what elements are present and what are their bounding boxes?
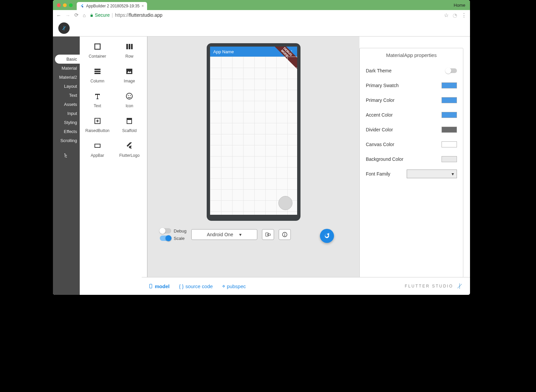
reload-button[interactable]: ⟳	[74, 12, 79, 18]
device-frame: App Name ⋮ DEBUG MODE	[207, 43, 300, 221]
close-tab-icon[interactable]: ×	[141, 4, 144, 8]
forward-button[interactable]: →	[65, 12, 70, 18]
category-text[interactable]: Text	[53, 91, 80, 100]
app-header	[53, 20, 470, 37]
preview-fab[interactable]	[278, 196, 292, 210]
minimize-window-icon[interactable]	[63, 3, 67, 7]
menu-icon[interactable]: ⋮	[461, 12, 467, 18]
category-assets[interactable]: Assets	[53, 100, 80, 109]
dark-theme-toggle[interactable]	[446, 68, 457, 73]
tab-model[interactable]: model	[148, 283, 170, 289]
canvas-color-picker[interactable]	[442, 141, 457, 147]
prop-primary-color-label: Primary Color	[366, 97, 395, 103]
device-selector[interactable]: Android One ▾	[191, 229, 257, 240]
browser-tab-bar: AppBuilder 2 20180529-19:35 × Home	[53, 0, 470, 10]
widget-container[interactable]: Container	[82, 42, 113, 59]
primary-color-picker[interactable]	[442, 97, 457, 103]
svg-rect-22	[284, 234, 285, 236]
widget-appbar[interactable]: AppBar	[82, 141, 113, 158]
brand-label: FLUTTER STUDIO	[405, 282, 463, 290]
svg-point-12	[128, 95, 129, 96]
category-layout[interactable]: Layout	[53, 82, 80, 91]
widget-flutterlogo[interactable]: FlutterLogo	[115, 141, 145, 158]
category-scrolling[interactable]: Scrolling	[53, 136, 80, 145]
widget-icon[interactable]: Icon	[115, 91, 145, 108]
widget-raisedbutton[interactable]: RaisedButton	[82, 116, 113, 133]
scale-toggle[interactable]	[160, 236, 171, 241]
back-button[interactable]: ←	[56, 12, 61, 18]
category-basic[interactable]: Basic	[55, 55, 80, 64]
category-material2[interactable]: Material2	[53, 73, 80, 82]
font-family-dropdown[interactable]: ▾	[407, 170, 457, 178]
preview-app-title: App Name	[213, 49, 234, 54]
category-effects[interactable]: Effects	[53, 127, 80, 136]
widget-text[interactable]: Text	[82, 91, 113, 108]
svg-rect-4	[129, 44, 130, 49]
prop-font-family-label: Font Family	[366, 171, 390, 177]
rect-top-icon	[125, 116, 134, 126]
svg-rect-5	[131, 44, 133, 49]
category-rail: BasicMaterialMaterial2LayoutTextAssetsIn…	[53, 37, 80, 295]
tab-source-code[interactable]: { } source code	[179, 283, 213, 289]
prop-canvas-color-label: Canvas Color	[366, 142, 394, 147]
tab-pubspec[interactable]: ⋄ pubspec	[222, 283, 246, 289]
home-button[interactable]: ⌂	[83, 12, 86, 18]
design-grid[interactable]	[210, 57, 297, 215]
svg-point-13	[130, 95, 131, 96]
browser-address-bar: ← → ⟳ ⌂ Secure | https://flutterstudio.a…	[53, 10, 470, 20]
tree-icon[interactable]	[63, 152, 69, 158]
prop-accent-color-label: Accent Color	[366, 112, 393, 118]
panel-title: MaterialApp properties	[366, 52, 457, 58]
widget-column[interactable]: Column	[82, 67, 113, 83]
preview-controls: Debug Scale Android One ▾	[160, 226, 347, 243]
app-root: BasicMaterialMaterial2LayoutTextAssetsIn…	[53, 20, 470, 295]
braces-icon: { }	[179, 283, 184, 289]
info-button[interactable]	[279, 229, 291, 240]
widget-image[interactable]: Image	[115, 67, 145, 83]
svg-rect-6	[94, 69, 100, 70]
category-styling[interactable]: Styling	[53, 118, 80, 127]
app-logo[interactable]	[58, 22, 70, 34]
url-text: https://flutterstudio.app	[115, 12, 162, 18]
rows-icon	[93, 67, 102, 76]
secure-badge: Secure	[90, 12, 110, 18]
chevron-down-icon: ▾	[452, 171, 454, 177]
divider-color-picker[interactable]	[442, 127, 457, 133]
extension-icon[interactable]: ◔	[453, 12, 457, 18]
home-link[interactable]: Home	[454, 3, 465, 8]
text-icon	[93, 91, 102, 101]
svg-point-1	[64, 28, 65, 29]
category-material[interactable]: Material	[53, 64, 80, 73]
accent-color-picker[interactable]	[442, 112, 457, 118]
refresh-button[interactable]	[320, 229, 334, 243]
widget-scaffold[interactable]: Scaffold	[115, 116, 145, 133]
refresh-icon	[323, 232, 331, 240]
window-controls	[56, 3, 75, 7]
plus-square-icon	[93, 116, 102, 126]
debug-label: Debug	[174, 228, 187, 234]
image-icon	[125, 67, 134, 76]
background-color-picker[interactable]	[442, 156, 457, 162]
browser-tab[interactable]: AppBuilder 2 20180529-19:35 ×	[77, 2, 147, 10]
svg-rect-3	[126, 44, 128, 49]
prop-dark-theme-label: Dark Theme	[366, 68, 392, 73]
url-field[interactable]: Secure | https://flutterstudio.app	[90, 12, 440, 18]
device-screen[interactable]: App Name ⋮ DEBUG MODE	[210, 47, 297, 215]
widget-row[interactable]: Row	[115, 42, 145, 59]
category-input[interactable]: Input	[53, 109, 80, 118]
flutter-favicon-icon	[80, 4, 84, 8]
bookmark-icon[interactable]: ☆	[444, 12, 449, 18]
preview-canvas: App Name ⋮ DEBUG MODE Debug	[147, 37, 359, 295]
prop-background-color-label: Background Color	[366, 156, 403, 162]
bottom-tabs: model { } source code ⋄ pubspec FLUTTER …	[142, 277, 470, 295]
svg-rect-7	[94, 71, 100, 72]
smile-icon	[125, 91, 134, 101]
tab-title: AppBuilder 2 20180529-19:35	[86, 4, 139, 8]
tag-icon: ⋄	[222, 283, 225, 289]
rotate-device-button[interactable]	[262, 229, 274, 240]
prop-divider-color-label: Divider Color	[366, 127, 393, 132]
close-window-icon[interactable]	[57, 3, 61, 7]
maximize-window-icon[interactable]	[69, 3, 73, 7]
primary-swatch-picker[interactable]	[442, 82, 457, 88]
debug-toggle[interactable]	[160, 228, 171, 234]
